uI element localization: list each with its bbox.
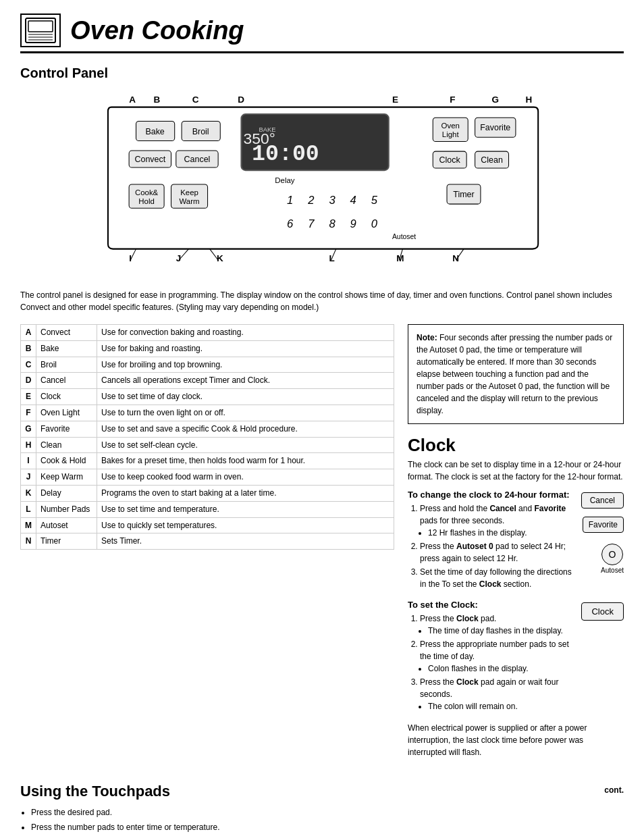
row-name: Clean [36,437,97,453]
row-name: Timer [36,533,97,550]
svg-text:H: H [525,95,532,105]
row-letter: D [21,373,36,389]
row-desc: Use to set time of day clock. [97,389,394,405]
svg-text:1: 1 [287,194,293,207]
touchpads-title: Using the Touchpads [20,783,394,800]
svg-text:Favorite: Favorite [480,123,510,132]
svg-text:A: A [129,95,136,105]
table-row: LNumber PadsUse to set time and temperat… [21,501,394,517]
svg-text:6: 6 [287,217,294,230]
svg-text:9: 9 [350,217,356,230]
row-letter: K [21,485,36,501]
touchpads-section: Using the Touchpads Press the desired pa… [20,783,394,834]
row-letter: G [21,421,36,437]
row-letter: M [21,517,36,533]
svg-text:Broil: Broil [192,127,209,136]
svg-text:8: 8 [329,217,336,230]
svg-text:Convect: Convect [134,155,165,164]
row-name: Broil [36,357,97,373]
svg-text:Cook&: Cook& [135,188,159,197]
clock-title: Clock [408,435,624,456]
row-letter: I [21,453,36,469]
row-letter: E [21,389,36,405]
svg-rect-1 [28,21,53,32]
svg-text:E: E [392,95,398,105]
svg-text:2: 2 [307,194,314,207]
control-panel-desc: The control panel is designed for ease i… [20,289,624,313]
table-row: MAutosetUse to quickly set temperatures. [21,517,394,533]
row-desc: Use to quickly set temperatures. [97,517,394,533]
row-name: Oven Light [36,405,97,421]
table-row: FOven LightUse to turn the oven light on… [21,405,394,421]
change-clock-steps: Press and hold the Cancel and Favorite p… [420,502,574,590]
clock-pad-button: Clock [581,602,624,621]
panel-table: AConvectUse for convection baking and ro… [20,324,394,550]
set-step-1: Press the Clock pad. The time of day fla… [420,613,574,637]
clock-footer: When electrical power is supplied or aft… [408,722,624,758]
step-1-sub: 12 Hr flashes in the display. [428,527,574,539]
row-desc: Sets Timer. [97,533,394,550]
table-row: JKeep WarmUse to keep cooked food warm i… [21,469,394,486]
row-name: Autoset [36,517,97,533]
touchpads-list: Press the desired pad.Press the number p… [31,806,394,834]
row-desc: Use for convection baking and roasting. [97,325,394,341]
control-panel-section: Control Panel A B C D E F G H Bake Broil… [20,66,624,313]
row-desc: Use to set and save a specific Cook & Ho… [97,421,394,437]
svg-text:C: C [192,95,199,105]
svg-text:4: 4 [350,194,356,207]
row-letter: A [21,325,36,341]
row-desc: Use to set time and temperature. [97,501,394,517]
row-name: Convect [36,325,97,341]
set-step-1-sub: The time of day flashes in the display. [428,625,574,637]
row-letter: F [21,405,36,421]
svg-text:Cancel: Cancel [184,155,211,164]
svg-text:F: F [450,95,455,105]
row-name: Clock [36,389,97,405]
left-column: AConvectUse for convection baking and ro… [20,324,394,769]
row-desc: Use to keep cooked food warm in oven. [97,469,394,486]
row-desc: Programs the oven to start baking at a l… [97,485,394,501]
svg-text:N: N [452,253,459,263]
row-desc: Use to set self-clean cycle. [97,437,394,453]
cancel-button-icon: Cancel [581,492,624,509]
bottom-section: Using the Touchpads Press the desired pa… [20,783,624,834]
oven-icon [20,14,61,47]
table-row: HCleanUse to set self-clean cycle. [21,437,394,453]
table-row: NTimerSets Timer. [21,533,394,550]
set-step-3-sub: The colon will remain on. [428,700,574,712]
svg-text:Keep: Keep [180,188,198,197]
step-1: Press and hold the Cancel and Favorite p… [420,502,574,539]
touchpads-bullet: Press the number pads to enter time or t… [31,820,394,834]
row-letter: L [21,501,36,517]
control-panel-title: Control Panel [20,66,624,81]
svg-text:5: 5 [371,194,378,207]
svg-text:Bake: Bake [145,127,164,136]
row-desc: Bakes for a preset time, then holds food… [97,453,394,469]
table-row: BBakeUse for baking and roasting. [21,340,394,357]
table-row: ICook & HoldBakes for a preset time, the… [21,453,394,469]
row-name: Delay [36,485,97,501]
table-row: CBroilUse for broiling and top browning. [21,357,394,373]
change-clock-title: To change the clock to 24-hour format: [408,490,574,500]
table-row: EClockUse to set time of day clock. [21,389,394,405]
svg-text:Autoset: Autoset [392,233,416,240]
favorite-button-icon: Favorite [583,517,624,533]
autoset-label: Autoset [601,567,624,574]
row-desc: Cancels all operations except Timer and … [97,373,394,389]
svg-text:Clock: Clock [439,155,461,165]
svg-text:G: G [492,95,500,105]
change-clock-subsection: To change the clock to 24-hour format: P… [408,490,624,592]
table-row: GFavoriteUse to set and save a specific … [21,421,394,437]
cont-label: cont. [408,785,624,795]
row-name: Keep Warm [36,469,97,486]
svg-text:Oven: Oven [441,122,460,130]
svg-text:0: 0 [371,217,378,230]
svg-text:D: D [238,95,244,105]
row-desc: Use for broiling and top browning. [97,357,394,373]
svg-rect-0 [26,18,55,43]
svg-text:350°: 350° [244,130,275,147]
row-name: Cook & Hold [36,453,97,469]
clock-intro: The clock can be set to display time in … [408,459,624,483]
row-name: Number Pads [36,501,97,517]
note-text: Four seconds after pressing the number p… [417,333,612,415]
